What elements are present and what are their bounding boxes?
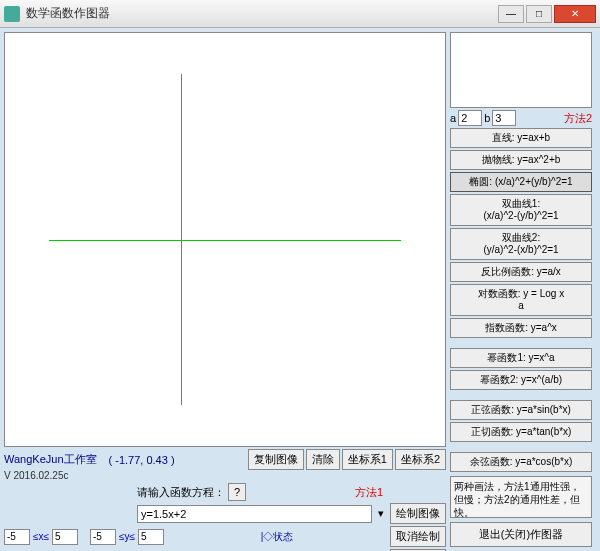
- x-lo-input[interactable]: [4, 529, 30, 545]
- axis1-button[interactable]: 坐标系1: [342, 449, 393, 470]
- fn-power2[interactable]: 幂函数2: y=x^(a/b): [450, 370, 592, 390]
- cursor-coord: ( -1.77, 0.43 ): [109, 454, 175, 466]
- axis2-button[interactable]: 坐标系2: [395, 449, 446, 470]
- main-area: WangKeJun工作室 ( -1.77, 0.43 ) 复制图像 清除 坐标系…: [0, 28, 600, 551]
- equation-input[interactable]: [137, 505, 372, 523]
- method-notes: 两种画法，方法1通用性强，但慢；方法2的通用性差，但快。: [450, 476, 592, 518]
- x-range-label: ≤x≤: [33, 531, 49, 542]
- fn-hyperbola1[interactable]: 双曲线1: (x/a)^2-(y/b)^2=1: [450, 194, 592, 226]
- fn-sin[interactable]: 正弦函数: y=a*sin(b*x): [450, 400, 592, 420]
- status-row: WangKeJun工作室 ( -1.77, 0.43 ) 复制图像 清除 坐标系…: [4, 449, 446, 470]
- fn-ellipse[interactable]: 椭圆: (x/a)^2+(y/b)^2=1: [450, 172, 592, 192]
- range-row-1: ≤x≤ ≤y≤ |◇状态 取消绘制: [4, 526, 446, 547]
- workshop-label: WangKeJun工作室: [4, 452, 97, 467]
- window-title: 数学函数作图器: [26, 5, 496, 22]
- equation-input-row: ▾ 绘制图像: [4, 503, 446, 524]
- equation-prompt: 请输入函数方程：: [137, 485, 225, 500]
- copy-image-button[interactable]: 复制图像: [248, 449, 304, 470]
- y-lo-input[interactable]: [90, 529, 116, 545]
- fn-inverse[interactable]: 反比例函数: y=a/x: [450, 262, 592, 282]
- minimize-button[interactable]: —: [498, 5, 524, 23]
- a-label: a: [450, 112, 456, 124]
- window-buttons: — □ ✕: [496, 5, 596, 23]
- right-column: a b 方法2 直线: y=ax+b 抛物线: y=ax^2+b 椭圆: (x/…: [450, 28, 596, 551]
- left-column: WangKeJun工作室 ( -1.77, 0.43 ) 复制图像 清除 坐标系…: [0, 28, 450, 551]
- equation-prompt-row: 请输入函数方程： ? 方法1: [4, 483, 446, 501]
- b-label: b: [484, 112, 490, 124]
- fn-log[interactable]: 对数函数: y = Log x a: [450, 284, 592, 316]
- fn-tan[interactable]: 正切函数: y=a*tan(b*x): [450, 422, 592, 442]
- x-hi-input[interactable]: [52, 529, 78, 545]
- y-axis: [181, 74, 182, 404]
- draw-button[interactable]: 绘制图像: [390, 503, 446, 524]
- app-icon: [4, 6, 20, 22]
- plot-canvas[interactable]: [4, 32, 446, 447]
- fn-hyperbola2[interactable]: 双曲线2: (y/a)^2-(x/b)^2=1: [450, 228, 592, 260]
- method2-label: 方法2: [564, 111, 592, 126]
- fn-line[interactable]: 直线: y=ax+b: [450, 128, 592, 148]
- fn-cos[interactable]: 余弦函数: y=a*cos(b*x): [450, 452, 592, 472]
- method1-label: 方法1: [355, 485, 383, 500]
- maximize-button[interactable]: □: [526, 5, 552, 23]
- close-button[interactable]: ✕: [554, 5, 596, 23]
- y-hi-input[interactable]: [138, 529, 164, 545]
- clear-button[interactable]: 清除: [306, 449, 340, 470]
- fn-exp[interactable]: 指数函数: y=a^x: [450, 318, 592, 338]
- preview-box: [450, 32, 592, 108]
- version-label: V 2016.02.25c: [4, 470, 446, 481]
- x-axis: [49, 240, 401, 241]
- dropdown-icon[interactable]: ▾: [375, 507, 387, 520]
- fn-parabola[interactable]: 抛物线: y=ax^2+b: [450, 150, 592, 170]
- a-input[interactable]: [458, 110, 482, 126]
- exit-button[interactable]: 退出(关闭)作图器: [450, 522, 592, 547]
- cancel-draw-button[interactable]: 取消绘制: [390, 526, 446, 547]
- titlebar: 数学函数作图器 — □ ✕: [0, 0, 600, 28]
- ab-input-row: a b 方法2: [450, 110, 592, 126]
- help-button[interactable]: ?: [228, 483, 246, 501]
- state-label: |◇状态: [261, 530, 294, 544]
- b-input[interactable]: [492, 110, 516, 126]
- fn-power1[interactable]: 幂函数1: y=x^a: [450, 348, 592, 368]
- y-range-label: ≤y≤: [119, 531, 135, 542]
